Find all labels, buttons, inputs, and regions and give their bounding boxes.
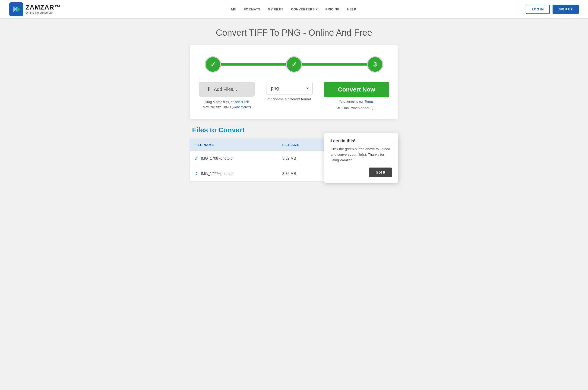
signup-button[interactable]: SIGN UP <box>552 5 579 14</box>
zamzar-logo-svg <box>12 5 21 14</box>
format-select[interactable]: png jpg gif bmp tiff webp pdf <box>266 82 313 95</box>
nav-api[interactable]: API <box>230 7 236 11</box>
step-3-number: 3 <box>373 61 377 68</box>
format-label: Or choose a different format <box>268 97 311 101</box>
login-button[interactable]: LOG IN <box>526 5 550 14</box>
step-2-check: ✓ <box>291 61 297 68</box>
nav-pricing[interactable]: PRICING <box>325 7 340 11</box>
email-when-done-label: Email when done? <box>342 106 370 110</box>
tooltip-footer: Got It <box>331 168 392 177</box>
terms-link[interactable]: Terms <box>365 100 373 103</box>
steps-progress-bar: ✓ ✓ 3 <box>199 56 389 73</box>
add-files-label: Add Files... <box>214 87 237 92</box>
files-heading-colored: Convert <box>218 126 244 134</box>
page-title: Convert TIFF To PNG - Online And Free <box>5 28 583 38</box>
files-heading: Files to Convert <box>190 126 398 134</box>
svg-marker-2 <box>17 6 20 12</box>
paperclip-icon-1: 🖇 <box>194 156 199 161</box>
tooltip-popup: Lets do this! Click the green button abo… <box>324 133 398 183</box>
convert-now-button[interactable]: Convert Now <box>324 82 389 97</box>
brand-tagline: Online file conversion <box>26 11 61 14</box>
main-nav: API FORMATS MY FILES CONVERTERS PRICING … <box>230 7 356 11</box>
file-name-cell-1: 🖇 IMG_1708~photo.tif <box>190 151 278 166</box>
step-line-2 <box>302 63 367 66</box>
files-section: Files to Convert FILE NAME FILE SIZE 🖇 I… <box>190 126 398 191</box>
file-name-cell-2: 🖇 IMG_1777~photo.tif <box>190 166 278 181</box>
drag-drop-text: Drag & drop files, or <box>205 100 234 104</box>
converter-card: ✓ ✓ 3 ⬆ Add Files... Drag & drop files, … <box>190 45 398 119</box>
nav-help[interactable]: HELP <box>347 7 356 11</box>
step-1-check: ✓ <box>210 61 216 68</box>
file-size-2: 3.52 MB <box>278 166 326 181</box>
nav-formats[interactable]: FORMATS <box>244 7 260 11</box>
max-size-text: Max. file size 50MB ( <box>203 105 233 109</box>
tooltip-body: Click the green button above to upload a… <box>331 146 392 163</box>
col-filename: FILE NAME <box>190 139 278 151</box>
max-size-close: ) <box>250 105 251 109</box>
step-line-1 <box>221 63 286 66</box>
col-filesize: FILE SIZE <box>278 139 326 151</box>
want-more-link[interactable]: want more? <box>233 105 250 109</box>
select-link[interactable]: select link <box>234 100 249 104</box>
files-heading-static: Files to <box>192 126 218 134</box>
chevron-down-icon <box>316 8 318 10</box>
email-line: ✉ Email when done? <box>337 106 376 110</box>
nav-converters[interactable]: CONVERTERS <box>291 7 318 11</box>
terms-prefix: (And agree to our <box>338 100 365 103</box>
add-files-help-text: Drag & drop files, or select link Max. f… <box>203 99 251 110</box>
page-title-area: Convert TIFF To PNG - Online And Free <box>0 19 588 42</box>
terms-line: (And agree to our Terms) <box>338 100 374 103</box>
upload-icon: ⬆ <box>206 86 211 93</box>
logo-text: ZAMZAR™ Online file conversion <box>26 4 61 14</box>
format-group: png jpg gif bmp tiff webp pdf Or choose … <box>266 82 313 101</box>
add-files-button[interactable]: ⬆ Add Files... <box>199 82 255 97</box>
tooltip-title: Lets do this! <box>331 139 392 144</box>
add-files-group: ⬆ Add Files... Drag & drop files, or sel… <box>199 82 255 110</box>
envelope-icon: ✉ <box>337 106 340 110</box>
step-1-circle: ✓ <box>205 56 221 73</box>
file-size-1: 3.52 MB <box>278 151 326 166</box>
got-it-button[interactable]: Got It <box>369 168 392 177</box>
brand-name: ZAMZAR™ <box>26 4 61 11</box>
convert-group: Convert Now (And agree to our Terms) ✉ E… <box>324 82 389 110</box>
logo-area: ZAMZAR™ Online file conversion <box>9 2 61 16</box>
paperclip-icon-2: 🖇 <box>194 171 199 176</box>
logo-icon <box>9 2 23 16</box>
email-when-done-checkbox[interactable] <box>372 106 376 110</box>
step-2-circle: ✓ <box>286 56 302 73</box>
file-name-2: IMG_1777~photo.tif <box>201 172 233 176</box>
file-name-1: IMG_1708~photo.tif <box>201 156 233 161</box>
nav-myfiles[interactable]: MY FILES <box>268 7 284 11</box>
header: ZAMZAR™ Online file conversion API FORMA… <box>0 0 588 19</box>
controls-row: ⬆ Add Files... Drag & drop files, or sel… <box>199 82 389 110</box>
header-buttons: LOG IN SIGN UP <box>526 5 579 14</box>
terms-suffix: ) <box>373 100 375 103</box>
step-3-circle: 3 <box>367 56 383 73</box>
